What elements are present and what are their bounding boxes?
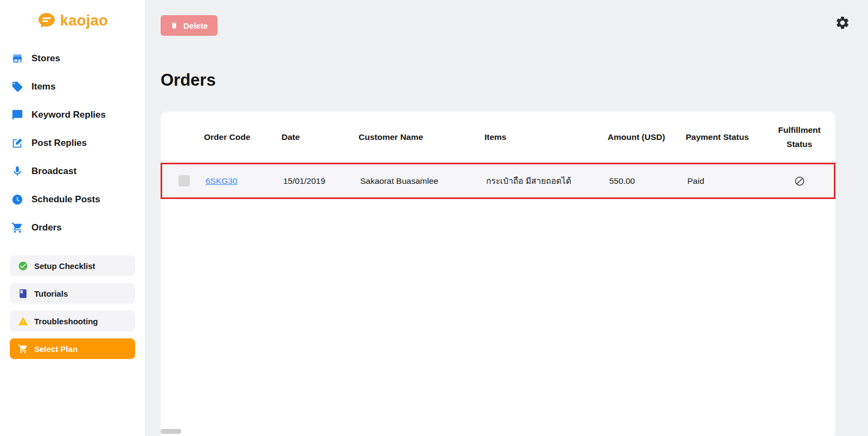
- fulfillment-status-cell: [765, 176, 834, 187]
- clock-icon: [11, 194, 23, 206]
- sidebar-item-label: Broadcast: [31, 166, 76, 177]
- settings-button[interactable]: [834, 15, 851, 31]
- sidebar-item-orders[interactable]: Orders: [0, 214, 145, 242]
- tutorials-button[interactable]: Tutorials: [10, 283, 135, 304]
- customer-name-cell: Sakaorat Buasamlee: [360, 176, 486, 186]
- column-header-items: Items: [484, 132, 608, 142]
- page-title: Orders: [161, 70, 853, 90]
- tutorials-label: Tutorials: [34, 289, 68, 298]
- row-checkbox[interactable]: [178, 175, 190, 187]
- check-circle-icon: [18, 261, 28, 271]
- cart-icon: [11, 222, 23, 234]
- warning-icon: [18, 316, 28, 326]
- payment-status-cell: Paid: [687, 176, 765, 186]
- chat-bubble-icon: [11, 109, 23, 121]
- sidebar-item-stores[interactable]: Stores: [0, 44, 145, 73]
- column-header-amount: Amount (USD): [608, 132, 686, 142]
- cart-icon: [18, 344, 28, 354]
- row-select-cell: [162, 175, 206, 187]
- store-icon: [11, 53, 23, 65]
- sidebar-item-items[interactable]: Items: [0, 73, 145, 101]
- sidebar-item-post-replies[interactable]: Post Replies: [0, 129, 145, 157]
- setup-checklist-label: Setup Checklist: [34, 261, 95, 271]
- sidebar-item-label: Keyword Replies: [31, 110, 106, 120]
- delete-button[interactable]: Delete: [161, 15, 218, 36]
- setup-checklist-button[interactable]: Setup Checklist: [10, 255, 135, 276]
- microphone-icon: [11, 165, 23, 177]
- book-icon: [18, 288, 28, 299]
- brand-logo[interactable]: kaojao: [0, 10, 145, 34]
- order-code-cell: 6SKG30: [206, 176, 283, 186]
- select-plan-button[interactable]: Select Plan: [10, 338, 135, 359]
- sidebar-item-label: Post Replies: [31, 138, 87, 149]
- orders-table-card: Order Code Date Customer Name Items Amou…: [161, 112, 835, 436]
- block-icon: [794, 176, 805, 187]
- app-window: kaojao Stores Items Keyword Replies Post…: [0, 0, 868, 436]
- table-header-row: Order Code Date Customer Name Items Amou…: [161, 112, 835, 163]
- column-header-fulfillment-status: Fulfillment Status: [763, 123, 835, 152]
- delete-button-label: Delete: [183, 21, 208, 30]
- sidebar-item-label: Stores: [31, 53, 60, 64]
- sidebar-item-label: Items: [31, 81, 55, 92]
- troubleshooting-label: Troubleshooting: [34, 317, 98, 326]
- edit-icon: [11, 137, 23, 149]
- gear-icon: [835, 15, 850, 30]
- order-code-link[interactable]: 6SKG30: [206, 176, 238, 185]
- date-cell: 15/01/2019: [283, 176, 360, 186]
- horizontal-scrollbar-thumb[interactable]: [161, 429, 181, 434]
- sidebar-item-schedule-posts[interactable]: Schedule Posts: [0, 185, 145, 214]
- column-header-customer-name: Customer Name: [359, 132, 484, 142]
- amount-cell: 550.00: [609, 176, 687, 186]
- items-cell: กระเป๋าถือ มีสายถอดได้: [486, 174, 609, 188]
- troubleshooting-button[interactable]: Troubleshooting: [10, 311, 135, 331]
- sidebar-item-keyword-replies[interactable]: Keyword Replies: [0, 101, 145, 129]
- chat-bubble-logo-icon: [37, 12, 56, 29]
- table-row: 6SKG30 15/01/2019 Sakaorat Buasamlee กระ…: [161, 163, 835, 199]
- column-header-order-code: Order Code: [204, 132, 282, 142]
- select-plan-label: Select Plan: [34, 344, 78, 354]
- sidebar-nav: Stores Items Keyword Replies Post Replie…: [0, 44, 145, 242]
- column-header-date: Date: [282, 132, 359, 142]
- sidebar-utility: Setup Checklist Tutorials Troubleshootin…: [0, 255, 145, 359]
- trash-icon: [170, 21, 178, 30]
- column-header-payment-status: Payment Status: [686, 132, 763, 142]
- sidebar: kaojao Stores Items Keyword Replies Post…: [0, 0, 145, 436]
- main-content: Delete Orders Order Code Date Customer N…: [145, 0, 868, 436]
- sidebar-item-label: Schedule Posts: [31, 194, 100, 205]
- brand-name: kaojao: [60, 12, 108, 29]
- tag-icon: [11, 81, 23, 93]
- sidebar-item-broadcast[interactable]: Broadcast: [0, 157, 145, 185]
- sidebar-item-label: Orders: [31, 222, 62, 233]
